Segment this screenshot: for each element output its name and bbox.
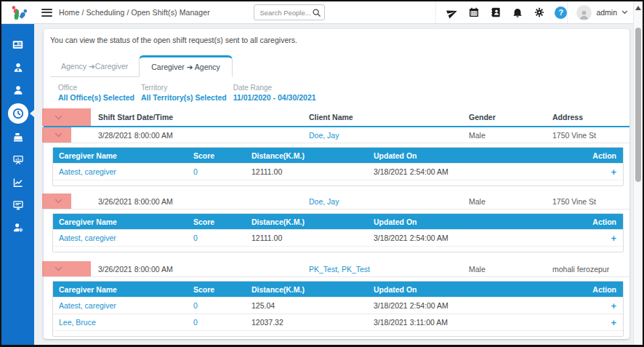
col-address: Address: [552, 113, 629, 121]
subcol-action: Action: [583, 151, 623, 160]
caregiver-name-link[interactable]: Lee, Bruce: [53, 318, 188, 327]
subcol-updated-on: Updated On: [368, 285, 583, 294]
subcol-distance: Distance(K.M.): [246, 218, 368, 226]
annotation-highlight: [42, 108, 91, 126]
notifications-bell-icon[interactable]: [511, 7, 524, 18]
tab-agency-caregiver[interactable]: Agency ➔Caregiver: [50, 56, 139, 76]
subcol-score: Score: [188, 218, 246, 226]
app-body: You can view the status of the open shif…: [1, 24, 643, 345]
subcol-score: Score: [188, 151, 246, 160]
filter-territory-value[interactable]: All Territory(s) Selected: [141, 93, 227, 102]
address-book-icon[interactable]: [489, 7, 502, 18]
filter-office-value[interactable]: All Office(s) Selected: [58, 93, 134, 102]
filter-date-range-label: Date Range: [233, 84, 316, 92]
sidebar-item-billing[interactable]: [1, 126, 34, 148]
presentation-chart-icon: [12, 154, 24, 166]
subcol-action: Action: [583, 218, 623, 226]
sidebar-item-user-admin[interactable]: [1, 216, 34, 239]
filter-date-range-value[interactable]: 11/01/2020 - 04/30/2021: [233, 93, 316, 102]
tab-caregiver-agency[interactable]: Caregiver ➔ Agency: [139, 55, 233, 77]
caregiver-subtable: Caregiver Name Score Distance(K.M.) Upda…: [52, 213, 624, 252]
scrollbar-thumb[interactable]: [635, 28, 641, 182]
avatar[interactable]: [576, 5, 592, 20]
vertical-scrollbar[interactable]: [633, 1, 643, 345]
send-icon[interactable]: [446, 7, 459, 19]
caregiver-name-link[interactable]: Aatest, caregiver: [53, 301, 188, 310]
filter-territory: Territory All Territory(s) Selected: [141, 84, 227, 102]
updated-on-value: 3/18/2021 2:54:00 AM: [368, 234, 583, 242]
sidebar-item-caregivers[interactable]: [1, 56, 34, 79]
address-value: 1750 Vine St: [552, 197, 629, 206]
distance-value: 12037.32: [246, 318, 368, 327]
user-menu[interactable]: admin: [567, 1, 643, 23]
caregiver-subtable-header: Caregiver Name Score Distance(K.M.) Upda…: [53, 214, 623, 229]
distance-value: 12111.00: [246, 234, 368, 242]
app-logo[interactable]: [1, 1, 34, 23]
caregiver-name-link[interactable]: Aatest, caregiver: [53, 234, 188, 242]
col-shift-start: Shift Start Date/Time: [98, 113, 309, 121]
address-value: 1750 Vine St: [552, 131, 629, 140]
add-action-icon[interactable]: +: [583, 300, 623, 311]
gender-value: Male: [469, 265, 552, 274]
subcol-caregiver-name: Caregiver Name: [53, 285, 188, 294]
filter-date-range: Date Range 11/01/2020 - 04/30/2021: [233, 84, 316, 102]
intro-text: You can view the status of the open shif…: [44, 29, 629, 44]
address-value: mohali ferozepur: [552, 265, 629, 274]
sidebar-item-dashboard[interactable]: [1, 33, 34, 56]
line-chart-icon: [12, 177, 24, 188]
add-action-icon[interactable]: +: [583, 167, 623, 178]
subcol-score: Score: [188, 285, 246, 294]
shift-date: 3/26/2021 8:00:00 AM: [98, 265, 309, 274]
filter-territory-label: Territory: [141, 84, 227, 92]
caregiver-row: Aatest, caregiver 0 12111.00 3/18/2021 2…: [53, 163, 623, 180]
filter-office: Office All Office(s) Selected: [58, 84, 134, 102]
sidebar-item-clients[interactable]: [1, 79, 34, 101]
subcol-caregiver-name: Caregiver Name: [53, 151, 188, 160]
caregiver-person-icon: [12, 62, 24, 73]
caregiver-subtable: Caregiver Name Score Distance(K.M.) Upda…: [52, 281, 624, 337]
gender-value: Male: [469, 197, 552, 206]
shift-group-row: 3/26/2021 8:00:00 AM PK_Test, PK_Test Ma…: [44, 261, 629, 277]
client-link[interactable]: PK_Test, PK_Test: [309, 265, 469, 274]
subtable-footer: [53, 246, 623, 252]
caregiver-subtable: Caregiver Name Score Distance(K.M.) Upda…: [52, 147, 624, 186]
annotation-highlight: [42, 261, 91, 276]
shift-table-header: Shift Start Date/Time Client Name Gender…: [44, 108, 629, 127]
search-box[interactable]: [254, 4, 325, 20]
settings-gear-icon[interactable]: [533, 7, 546, 18]
app-window: Home / Scheduling / Open Shift(s) Manage…: [0, 0, 644, 347]
sidebar-item-scheduling[interactable]: [1, 101, 34, 126]
search-icon[interactable]: [312, 8, 321, 17]
person-gear-icon: [12, 222, 24, 234]
sidebar-item-reports[interactable]: [1, 148, 34, 171]
score-value[interactable]: 0: [188, 318, 246, 327]
search-input[interactable]: [259, 9, 312, 17]
subcol-action: Action: [583, 285, 623, 294]
breadcrumb[interactable]: Home / Scheduling / Open Shift(s) Manage…: [59, 8, 210, 17]
shift-date: 3/26/2021 8:00:00 AM: [98, 197, 309, 206]
shift-group-row: 3/28/2021 8:00:00 AM Doe, Jay Male 1750 …: [44, 127, 629, 143]
add-action-icon[interactable]: +: [583, 233, 623, 244]
sidebar-item-console[interactable]: [1, 194, 34, 216]
score-value[interactable]: 0: [188, 167, 246, 176]
row-chevron-cell: [44, 194, 98, 209]
annotation-highlight: [42, 194, 71, 209]
score-value[interactable]: 0: [188, 234, 246, 242]
subcol-distance: Distance(K.M.): [246, 285, 368, 294]
sidebar-item-analytics[interactable]: [1, 171, 34, 194]
calendar-icon[interactable]: [467, 7, 480, 18]
menu-hamburger-icon[interactable]: [41, 9, 52, 17]
score-value[interactable]: 0: [188, 301, 246, 310]
row-chevron-cell: [44, 127, 98, 143]
caregiver-name-link[interactable]: Aatest, caregiver: [53, 167, 188, 176]
scroll-up-arrow-icon[interactable]: [635, 6, 641, 10]
monitor-icon: [12, 199, 24, 211]
client-link[interactable]: Doe, Jay: [309, 197, 469, 206]
main-content: You can view the status of the open shif…: [34, 24, 643, 345]
help-icon[interactable]: ?: [555, 7, 567, 19]
client-link[interactable]: Doe, Jay: [309, 131, 469, 140]
clock-icon: [12, 107, 25, 120]
updated-on-value: 3/18/2021 2:54:00 AM: [368, 167, 583, 176]
add-action-icon[interactable]: +: [583, 317, 623, 328]
col-client-name: Client Name: [309, 113, 469, 121]
